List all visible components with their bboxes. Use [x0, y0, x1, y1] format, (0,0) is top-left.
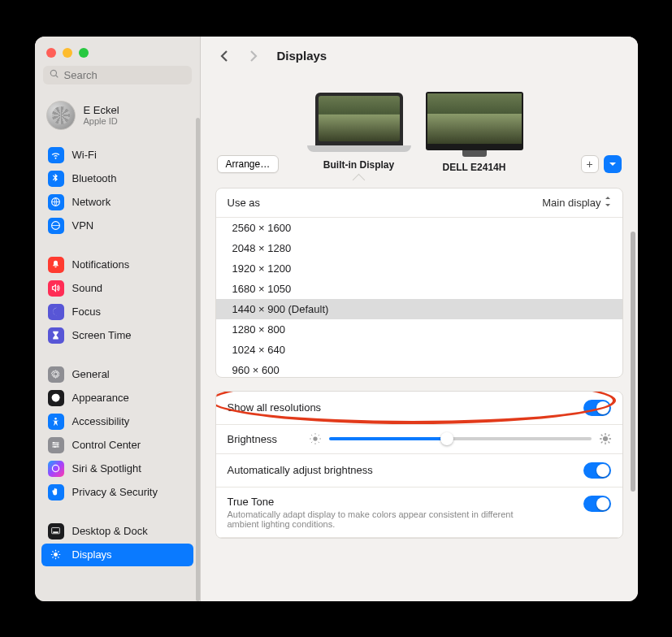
sidebar-item-label: Notifications: [72, 258, 130, 271]
sidebar-item-bluetooth[interactable]: Bluetooth: [41, 167, 193, 190]
main-scrollbar[interactable]: [631, 232, 635, 492]
profile-sub: Apple ID: [84, 116, 119, 126]
display-thumb-external[interactable]: DELL E2414H: [426, 92, 523, 173]
sidebar-item-focus[interactable]: Focus: [41, 301, 193, 323]
hand-icon: [48, 484, 64, 500]
search-field[interactable]: [43, 66, 192, 84]
window-controls: [35, 37, 200, 66]
auto-brightness-toggle[interactable]: [583, 462, 611, 479]
sidebar-item-label: Privacy & Security: [72, 486, 158, 498]
brightness-row: Brightness: [216, 425, 622, 454]
wifi-icon: [48, 147, 64, 163]
svg-point-6: [54, 446, 56, 448]
use-as-label: Use as: [228, 197, 260, 209]
sidebar-scrollbar[interactable]: [196, 118, 200, 601]
display-label: Built-in Display: [315, 159, 403, 184]
dock-icon: [48, 523, 64, 540]
sidebar-item-control-center[interactable]: Control Center: [41, 434, 193, 457]
add-display-button[interactable]: +: [581, 155, 599, 173]
appearance-icon: [48, 390, 64, 406]
resolution-option[interactable]: 960 × 600: [216, 360, 622, 377]
sidebar-item-accessibility[interactable]: Accessibility: [41, 410, 193, 433]
back-button[interactable]: [217, 48, 233, 64]
sidebar-item-appearance[interactable]: Appearance: [41, 387, 193, 410]
use-as-value: Main display: [542, 197, 600, 209]
display-menu-button[interactable]: [604, 155, 622, 173]
sidebar-item-label: Appearance: [72, 392, 129, 404]
search-input[interactable]: [64, 69, 185, 81]
options-panel: Show all resolutions Brightness Automati…: [215, 391, 623, 539]
brightness-label: Brightness: [228, 433, 277, 445]
svg-line-24: [311, 435, 312, 436]
sidebar-item-label: Wi-Fi: [72, 149, 97, 161]
svg-point-3: [54, 418, 56, 419]
svg-line-25: [319, 442, 319, 443]
resolution-option[interactable]: 1280 × 800: [216, 319, 622, 340]
resolution-option[interactable]: 1440 × 900 (Default): [216, 299, 622, 319]
svg-point-7: [52, 465, 59, 471]
sidebar-item-notifications[interactable]: Notifications: [41, 254, 193, 276]
gear-icon: [48, 366, 64, 383]
sidebar-item-siri-spotlight[interactable]: Siri & Spotlight: [41, 457, 193, 480]
siri-icon: [48, 461, 64, 477]
search-icon: [50, 69, 59, 81]
avatar: [46, 101, 76, 130]
forward-button[interactable]: [245, 48, 261, 64]
moon-icon: [48, 304, 64, 320]
main-content: Displays Arrange… Built-in Display DELL …: [201, 37, 638, 601]
sidebar-item-label: Siri & Spotlight: [72, 462, 141, 474]
sidebar-item-sound[interactable]: Sound: [41, 277, 193, 300]
sidebar-item-label: Focus: [72, 306, 101, 318]
zoom-window-button[interactable]: [79, 48, 89, 58]
resolution-option[interactable]: 2048 × 1280: [216, 238, 622, 258]
show-all-resolutions-row: Show all resolutions: [216, 392, 622, 425]
hourglass-icon: [48, 327, 64, 344]
bt-icon: [48, 171, 64, 187]
resolution-option[interactable]: 1920 × 1200: [216, 258, 622, 279]
settings-window: E Eckel Apple ID Wi-FiBluetoothNetworkVP…: [35, 37, 638, 601]
resolution-option[interactable]: 2560 × 1600: [216, 218, 622, 238]
resolution-list: 2560 × 16002048 × 12801920 × 12001680 × …: [216, 218, 622, 377]
use-as-popup[interactable]: Main display: [542, 197, 610, 209]
svg-line-26: [311, 442, 312, 443]
sidebar-item-vpn[interactable]: VPN: [41, 214, 193, 237]
display-thumb-builtin[interactable]: Built-in Display: [315, 93, 403, 173]
svg-point-28: [602, 436, 607, 441]
sidebar-item-label: Bluetooth: [72, 172, 117, 184]
header: Displays: [201, 37, 638, 72]
close-window-button[interactable]: [46, 48, 56, 58]
resolution-option[interactable]: 1680 × 1050: [216, 279, 622, 299]
show-all-toggle[interactable]: [583, 400, 611, 416]
sidebar-item-privacy-security[interactable]: Privacy & Security: [41, 481, 193, 504]
chevron-updown-icon: [605, 197, 611, 209]
true-tone-toggle[interactable]: [583, 496, 611, 512]
sidebar-item-general[interactable]: General: [41, 363, 193, 386]
brightness-slider[interactable]: [329, 437, 592, 440]
svg-line-17: [52, 557, 53, 557]
sidebar-item-label: VPN: [72, 219, 94, 232]
sidebar-item-label: Network: [72, 196, 111, 208]
true-tone-label: True Tone: [228, 496, 520, 508]
svg-line-27: [319, 435, 319, 436]
monitor-icon: [426, 92, 523, 150]
apple-id-row[interactable]: E Eckel Apple ID: [35, 93, 200, 140]
svg-line-16: [58, 557, 59, 557]
sun-dim-icon: [310, 433, 321, 444]
minimize-window-button[interactable]: [63, 48, 72, 58]
sidebar-item-screen-time[interactable]: Screen Time: [41, 324, 193, 347]
svg-line-34: [608, 442, 609, 444]
displays-row: Arrange… Built-in Display DELL E2414H +: [201, 72, 638, 181]
svg-rect-9: [53, 531, 59, 533]
sidebar-item-displays[interactable]: Displays: [41, 544, 193, 566]
sidebar-item-label: Sound: [72, 282, 103, 294]
bell-icon: [48, 257, 64, 273]
sidebar-item-wi-fi[interactable]: Wi-Fi: [41, 144, 193, 167]
arrange-button[interactable]: Arrange…: [217, 155, 280, 173]
laptop-icon: [315, 93, 403, 148]
svg-line-35: [600, 442, 602, 444]
use-as-row[interactable]: Use as Main display: [216, 188, 622, 218]
sidebar-item-desktop-dock[interactable]: Desktop & Dock: [41, 520, 193, 543]
resolution-option[interactable]: 1024 × 640: [216, 340, 622, 360]
true-tone-desc: Automatically adapt display to make colo…: [228, 509, 520, 529]
sidebar-item-network[interactable]: Network: [41, 191, 193, 214]
